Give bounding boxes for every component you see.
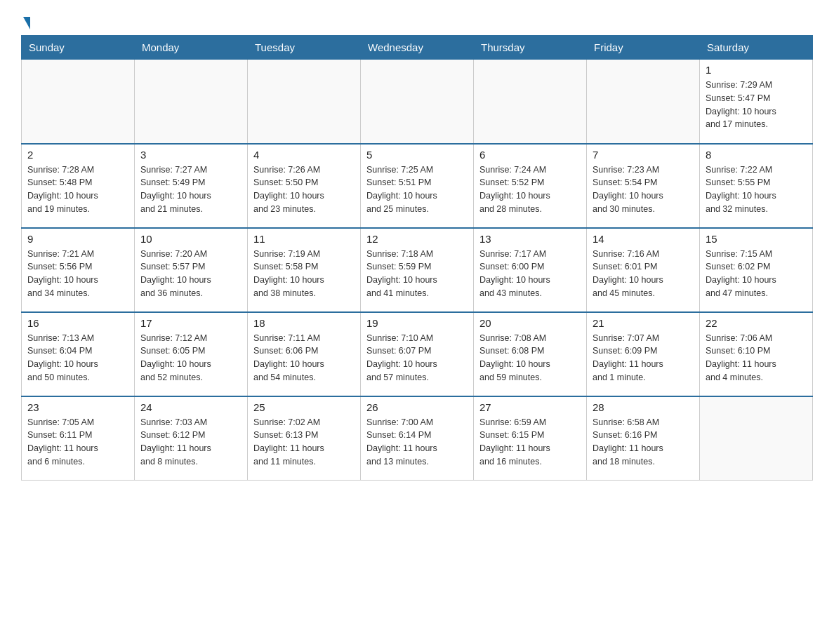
day-info: Sunrise: 7:07 AM Sunset: 6:09 PM Dayligh… [593,332,694,384]
day-number: 17 [140,317,241,329]
day-number: 1 [706,64,807,76]
day-info: Sunrise: 6:58 AM Sunset: 6:16 PM Dayligh… [593,416,694,469]
day-number: 22 [706,317,807,329]
day-info: Sunrise: 7:24 AM Sunset: 5:52 PM Dayligh… [479,163,581,216]
calendar-cell [22,60,135,144]
calendar-cell: 24Sunrise: 7:03 AM Sunset: 6:12 PM Dayli… [135,396,248,481]
day-number: 23 [27,401,128,413]
calendar-cell: 14Sunrise: 7:16 AM Sunset: 6:01 PM Dayli… [587,228,700,312]
calendar-cell: 21Sunrise: 7:07 AM Sunset: 6:09 PM Dayli… [587,312,700,396]
calendar-cell: 28Sunrise: 6:58 AM Sunset: 6:16 PM Dayli… [587,396,700,481]
day-info: Sunrise: 7:17 AM Sunset: 6:00 PM Dayligh… [479,248,581,300]
calendar-cell: 1Sunrise: 7:29 AM Sunset: 5:47 PM Daylig… [700,60,813,144]
day-info: Sunrise: 7:26 AM Sunset: 5:50 PM Dayligh… [253,163,355,216]
day-info: Sunrise: 7:21 AM Sunset: 5:56 PM Dayligh… [27,248,128,300]
calendar-cell: 17Sunrise: 7:12 AM Sunset: 6:05 PM Dayli… [135,312,248,396]
calendar-cell: 25Sunrise: 7:02 AM Sunset: 6:13 PM Dayli… [248,396,361,481]
weekday-header-saturday: Saturday [700,36,813,60]
week-row-3: 16Sunrise: 7:13 AM Sunset: 6:04 PM Dayli… [22,312,813,396]
day-number: 11 [253,233,355,245]
calendar-cell: 19Sunrise: 7:10 AM Sunset: 6:07 PM Dayli… [361,312,474,396]
calendar-cell: 6Sunrise: 7:24 AM Sunset: 5:52 PM Daylig… [474,144,587,228]
week-row-1: 2Sunrise: 7:28 AM Sunset: 5:48 PM Daylig… [22,144,813,228]
weekday-header-thursday: Thursday [474,36,587,60]
day-number: 7 [593,149,694,161]
calendar-cell: 8Sunrise: 7:22 AM Sunset: 5:55 PM Daylig… [700,144,813,228]
day-info: Sunrise: 7:15 AM Sunset: 6:02 PM Dayligh… [706,248,807,300]
day-number: 20 [479,317,581,329]
calendar-cell: 27Sunrise: 6:59 AM Sunset: 6:15 PM Dayli… [474,396,587,481]
week-row-2: 9Sunrise: 7:21 AM Sunset: 5:56 PM Daylig… [22,228,813,312]
day-info: Sunrise: 7:27 AM Sunset: 5:49 PM Dayligh… [140,163,241,216]
day-info: Sunrise: 7:12 AM Sunset: 6:05 PM Dayligh… [140,332,241,384]
day-number: 5 [366,149,468,161]
calendar-cell: 5Sunrise: 7:25 AM Sunset: 5:51 PM Daylig… [361,144,474,228]
day-info: Sunrise: 7:16 AM Sunset: 6:01 PM Dayligh… [593,248,694,300]
calendar-cell: 20Sunrise: 7:08 AM Sunset: 6:08 PM Dayli… [474,312,587,396]
day-info: Sunrise: 7:18 AM Sunset: 5:59 PM Dayligh… [366,248,468,300]
day-number: 19 [366,317,468,329]
day-info: Sunrise: 6:59 AM Sunset: 6:15 PM Dayligh… [479,416,581,469]
weekday-header-row: SundayMondayTuesdayWednesdayThursdayFrid… [22,36,813,60]
day-info: Sunrise: 7:19 AM Sunset: 5:58 PM Dayligh… [253,248,355,300]
day-number: 16 [27,317,128,329]
week-row-0: 1Sunrise: 7:29 AM Sunset: 5:47 PM Daylig… [22,60,813,144]
calendar-cell [135,60,248,144]
day-info: Sunrise: 7:23 AM Sunset: 5:54 PM Dayligh… [593,163,694,216]
weekday-header-tuesday: Tuesday [248,36,361,60]
weekday-header-sunday: Sunday [22,36,135,60]
day-number: 14 [593,233,694,245]
calendar-cell [700,396,813,481]
day-number: 6 [479,149,581,161]
calendar-cell: 22Sunrise: 7:06 AM Sunset: 6:10 PM Dayli… [700,312,813,396]
calendar-cell: 15Sunrise: 7:15 AM Sunset: 6:02 PM Dayli… [700,228,813,312]
day-number: 26 [366,401,468,413]
day-info: Sunrise: 7:00 AM Sunset: 6:14 PM Dayligh… [366,416,468,469]
day-number: 2 [27,149,128,161]
day-number: 8 [706,149,807,161]
day-info: Sunrise: 7:05 AM Sunset: 6:11 PM Dayligh… [27,416,128,469]
calendar-cell: 23Sunrise: 7:05 AM Sunset: 6:11 PM Dayli… [22,396,135,481]
weekday-header-wednesday: Wednesday [361,36,474,60]
day-info: Sunrise: 7:08 AM Sunset: 6:08 PM Dayligh… [479,332,581,384]
day-number: 24 [140,401,241,413]
logo-arrow-icon [23,17,30,29]
day-number: 4 [253,149,355,161]
day-number: 21 [593,317,694,329]
calendar-cell: 10Sunrise: 7:20 AM Sunset: 5:57 PM Dayli… [135,228,248,312]
day-number: 25 [253,401,355,413]
day-info: Sunrise: 7:02 AM Sunset: 6:13 PM Dayligh… [253,416,355,469]
day-info: Sunrise: 7:03 AM Sunset: 6:12 PM Dayligh… [140,416,241,469]
logo [21,14,30,28]
weekday-header-monday: Monday [135,36,248,60]
calendar-cell: 2Sunrise: 7:28 AM Sunset: 5:48 PM Daylig… [22,144,135,228]
calendar-cell [587,60,700,144]
calendar-cell: 26Sunrise: 7:00 AM Sunset: 6:14 PM Dayli… [361,396,474,481]
day-number: 18 [253,317,355,329]
calendar-cell: 7Sunrise: 7:23 AM Sunset: 5:54 PM Daylig… [587,144,700,228]
calendar-cell [361,60,474,144]
day-info: Sunrise: 7:10 AM Sunset: 6:07 PM Dayligh… [366,332,468,384]
calendar-cell: 3Sunrise: 7:27 AM Sunset: 5:49 PM Daylig… [135,144,248,228]
calendar-cell: 13Sunrise: 7:17 AM Sunset: 6:00 PM Dayli… [474,228,587,312]
day-info: Sunrise: 7:11 AM Sunset: 6:06 PM Dayligh… [253,332,355,384]
calendar-cell [248,60,361,144]
calendar-cell: 18Sunrise: 7:11 AM Sunset: 6:06 PM Dayli… [248,312,361,396]
day-number: 27 [479,401,581,413]
day-number: 28 [593,401,694,413]
calendar-cell: 12Sunrise: 7:18 AM Sunset: 5:59 PM Dayli… [361,228,474,312]
calendar-cell: 4Sunrise: 7:26 AM Sunset: 5:50 PM Daylig… [248,144,361,228]
calendar-cell: 9Sunrise: 7:21 AM Sunset: 5:56 PM Daylig… [22,228,135,312]
day-info: Sunrise: 7:25 AM Sunset: 5:51 PM Dayligh… [366,163,468,216]
day-number: 15 [706,233,807,245]
calendar-table: SundayMondayTuesdayWednesdayThursdayFrid… [21,35,813,481]
day-number: 12 [366,233,468,245]
day-number: 10 [140,233,241,245]
week-row-4: 23Sunrise: 7:05 AM Sunset: 6:11 PM Dayli… [22,396,813,481]
day-number: 13 [479,233,581,245]
day-info: Sunrise: 7:22 AM Sunset: 5:55 PM Dayligh… [706,163,807,216]
weekday-header-friday: Friday [587,36,700,60]
day-info: Sunrise: 7:29 AM Sunset: 5:47 PM Dayligh… [706,79,807,131]
calendar-cell [474,60,587,144]
day-info: Sunrise: 7:28 AM Sunset: 5:48 PM Dayligh… [27,163,128,216]
